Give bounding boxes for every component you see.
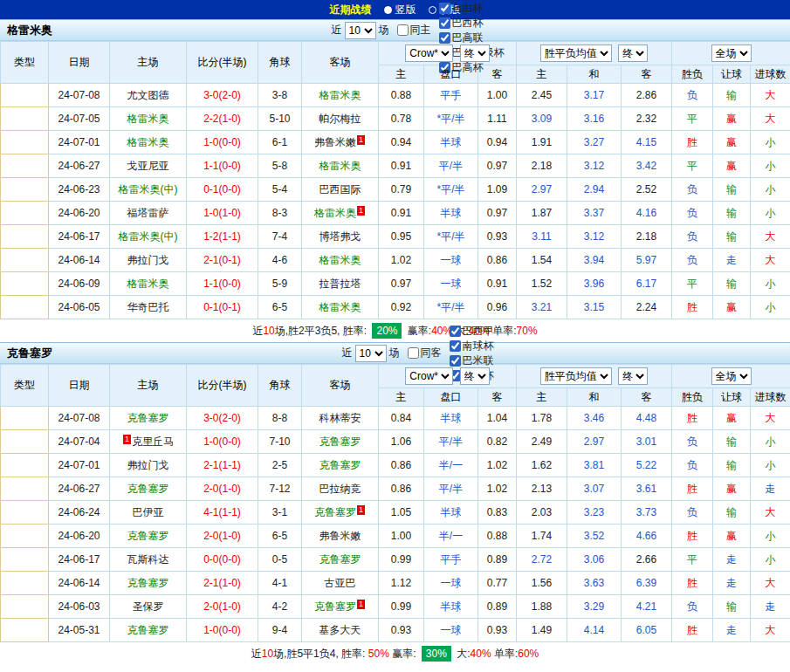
result-goals: 大 xyxy=(751,225,790,249)
avg-home: 1.78 xyxy=(517,407,567,430)
team-link: 克里丘马 xyxy=(132,435,174,448)
avg-type-select[interactable]: 胜平负均值 xyxy=(540,367,612,385)
team-section-cruzeiro: 克鲁塞罗 近 10 场 同客 巴西甲南球杯巴米联巴西杯 类型 日期 主场 比分(… xyxy=(0,342,790,665)
avg-draw: 4.14 xyxy=(567,619,622,642)
league-filter[interactable]: 巴高联 xyxy=(434,31,505,45)
league-filter[interactable]: 巴米联 xyxy=(444,353,494,368)
result-outcome: 负 xyxy=(672,202,713,225)
avg-home: 1.87 xyxy=(517,202,567,225)
scope-select[interactable]: 全场 xyxy=(711,367,752,385)
odds-away: 0.94 xyxy=(478,131,517,154)
league-label: 自由杯 xyxy=(452,1,484,16)
scope-select[interactable]: 全场 xyxy=(711,45,752,62)
odds-home: 0.94 xyxy=(379,131,424,154)
match-type: 南球杯 xyxy=(1,619,49,642)
away-team: 克鲁塞罗1 xyxy=(302,501,379,525)
match-date: 24-07-01 xyxy=(49,454,110,477)
same-venue-filter[interactable]: 同客 xyxy=(402,346,442,360)
league-filter[interactable]: 南球杯 xyxy=(444,339,494,353)
score: 0-1(0-0) xyxy=(187,178,258,202)
team-link: 格雷米奥(中) xyxy=(119,230,178,243)
same-venue-checkbox[interactable] xyxy=(397,24,409,36)
avg-draw: 3.17 xyxy=(567,84,622,107)
col-avg-away: 客 xyxy=(622,388,672,407)
corners: 5-4 xyxy=(258,178,302,202)
avg-stage-select[interactable]: 终 xyxy=(618,367,648,385)
odds-handicap: 一球 xyxy=(424,572,478,595)
league-checkbox[interactable] xyxy=(450,326,461,337)
match-date: 24-07-08 xyxy=(49,407,110,430)
avg-odds-header: 胜平负均值 终 xyxy=(517,42,672,65)
corners: 3-1 xyxy=(258,501,302,525)
match-date: 24-06-24 xyxy=(49,501,110,525)
avg-stage-select[interactable]: 终 xyxy=(618,45,648,62)
home-team: 弗拉门戈 xyxy=(110,249,187,272)
home-team: 格雷米奥(中) xyxy=(110,178,187,202)
score: 4-1(1-1) xyxy=(187,501,258,525)
matches-table: 类型 日期 主场 比分(半场) 角球 客场 Crow* 终 胜平负均值 终 全场 xyxy=(0,41,790,319)
odds-away: 1.00 xyxy=(478,84,517,107)
avg-draw: 3.46 xyxy=(567,407,622,430)
avg-home: 2.97 xyxy=(517,178,567,202)
result-goals: 小 xyxy=(751,454,790,477)
corners: 6-1 xyxy=(258,131,302,154)
odds-stage-select[interactable]: 终 xyxy=(460,367,490,385)
same-venue-checkbox[interactable] xyxy=(408,347,419,359)
league-filter[interactable]: 巴西杯 xyxy=(434,16,505,31)
league-checkbox[interactable] xyxy=(439,17,450,29)
league-checkbox[interactable] xyxy=(450,340,461,352)
corners: 5-8 xyxy=(258,154,302,178)
match-type: 巴西甲 xyxy=(1,501,49,525)
result-handicap: 输 xyxy=(713,202,751,225)
team-link: 克鲁塞罗 xyxy=(314,600,356,613)
team-link: 博塔弗戈 xyxy=(319,230,361,243)
match-type: 巴西甲 xyxy=(1,454,49,477)
team-section-gremio: 格雷米奥 近 10 场 同主 巴西甲自由杯巴西杯巴高联巴高超级杯巴高杯 类型 日… xyxy=(0,19,790,342)
recent-count-select[interactable]: 10 xyxy=(355,345,387,362)
odds-company-select[interactable]: Crow* xyxy=(405,45,453,62)
odds-stage-select[interactable]: 终 xyxy=(460,45,490,62)
col-odds-home: 主 xyxy=(379,388,424,407)
avg-away: 2.86 xyxy=(622,84,672,107)
match-date: 24-05-31 xyxy=(49,619,110,642)
avg-away: 3.61 xyxy=(622,477,672,501)
avg-away: 6.17 xyxy=(622,272,672,296)
league-filter[interactable]: 巴西甲 xyxy=(444,324,494,339)
result-outcome: 胜 xyxy=(672,619,713,642)
team-link: 古亚巴 xyxy=(325,577,356,589)
odds-away: 0.88 xyxy=(478,525,517,548)
team-link: 弗拉门戈 xyxy=(127,254,169,266)
result-goals: 小 xyxy=(751,202,790,225)
league-checkbox[interactable] xyxy=(450,355,461,367)
avg-away: 2.18 xyxy=(622,225,672,249)
result-goals: 大 xyxy=(751,84,790,107)
score: 0-0(0-0) xyxy=(187,548,258,572)
odds-company-select[interactable]: Crow* xyxy=(405,367,453,385)
team-link: 弗鲁米嫩 xyxy=(319,530,361,542)
avg-draw: 3.12 xyxy=(567,225,622,249)
odds-away: 1.11 xyxy=(478,107,517,131)
team-link: 拉普拉塔 xyxy=(319,278,361,290)
red-card-badge: 1 xyxy=(357,206,365,216)
result-goals: 大 xyxy=(751,572,790,595)
corners: 2-5 xyxy=(258,454,302,477)
avg-away: 5.22 xyxy=(622,454,672,477)
avg-type-select[interactable]: 胜平负均值 xyxy=(540,45,612,62)
score: 1-0(0-0) xyxy=(187,131,258,154)
result-goals: 大 xyxy=(751,619,790,642)
match-row: 巴西甲24-06-20福塔雷萨1-0(1-0)8-3格雷米奥10.91半球0.9… xyxy=(1,202,790,225)
same-venue-filter[interactable]: 同主 xyxy=(392,23,431,38)
result-outcome: 负 xyxy=(672,84,713,107)
avg-home: 2.45 xyxy=(517,84,567,107)
odds-handicap: 半球 xyxy=(424,202,478,225)
recent-count-select[interactable]: 10 xyxy=(345,22,376,39)
odds-home: 0.95 xyxy=(379,225,424,249)
odds-away: 0.82 xyxy=(478,430,517,454)
avg-draw: 3.15 xyxy=(567,296,622,319)
league-filter[interactable]: 自由杯 xyxy=(434,1,505,16)
score: 2-1(0-1) xyxy=(187,249,258,272)
result-handicap: 走 xyxy=(713,619,751,642)
league-checkbox[interactable] xyxy=(439,3,450,14)
result-outcome: 胜 xyxy=(672,477,713,501)
league-checkbox[interactable] xyxy=(439,32,450,44)
